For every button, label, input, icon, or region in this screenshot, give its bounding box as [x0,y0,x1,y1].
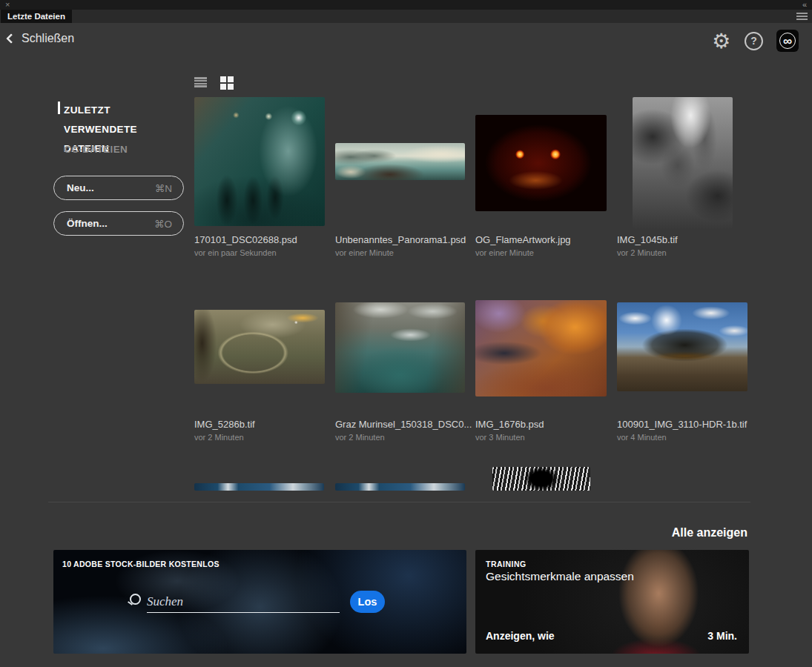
open-button-shortcut: ⌘O [154,218,172,230]
cc-infinity-icon: ∞ [779,33,796,49]
file-name[interactable]: Unbenanntes_Panorama1.psd [335,234,466,245]
file-thumbnail[interactable] [335,143,465,180]
training-banner[interactable]: TRAINING Gesichtsmerkmale anpassen Anzei… [475,550,749,654]
file-thumbnail[interactable] [475,300,607,396]
file-thumbnail-partial[interactable] [335,483,465,491]
new-button-shortcut: ⌘N [155,182,172,194]
creative-cloud-logo[interactable]: ∞ [776,30,799,52]
adobe-stock-banner[interactable]: 10 ADOBE STOCK-BILDER KOSTENLOS Los [53,550,466,654]
training-kicker: TRAINING [486,560,527,568]
file-thumbnail[interactable] [475,115,607,211]
stock-go-button[interactable]: Los [350,591,385,613]
file-time: vor einer Minute [475,248,534,257]
close-icon[interactable]: × [5,0,10,10]
file-time: vor 2 Minuten [194,433,244,442]
file-time: vor 3 Minuten [475,433,525,442]
file-name[interactable]: IMG_1676b.psd [475,419,544,430]
file-name[interactable]: IMG_1045b.tif [617,234,678,245]
tab-bar: Letzte Dateien [0,10,812,23]
file-time: vor 2 Minuten [617,248,667,257]
file-name[interactable]: 170101_DSC02688.psd [194,234,297,245]
sidebar-item-cc-files[interactable]: CC-DATEIEN [64,144,128,155]
file-time: vor ein paar Sekunden [194,248,277,257]
help-icon[interactable]: ? [745,32,763,50]
new-button-label: Neu... [67,182,94,193]
file-thumbnail-partial[interactable] [194,483,324,491]
file-time: vor 2 Minuten [335,433,385,442]
file-time: vor 4 Minuten [617,433,667,442]
file-thumbnail[interactable] [335,302,465,393]
training-duration: 3 Min. [707,630,737,642]
panel-menu-icon[interactable] [796,13,808,20]
back-label: Schließen [22,32,74,45]
stock-banner-title: 10 ADOBE STOCK-BILDER KOSTENLOS [62,560,219,568]
section-divider [48,502,750,502]
grid-view-icon[interactable] [220,76,234,90]
back-button[interactable]: Schließen [7,32,74,45]
file-thumbnail[interactable] [617,302,747,391]
header: Schließen ⚙ ? ∞ [0,23,812,60]
window-title-strip: × « [0,0,812,10]
file-name[interactable]: 100901_IMG_3110-HDR-1b.tif [617,419,747,430]
training-action-label: Anzeigen, wie [486,630,555,642]
gear-icon[interactable]: ⚙ [712,27,730,56]
file-thumbnail[interactable] [194,310,325,384]
file-name[interactable]: OG_FlameArtwork.jpg [475,234,571,245]
tab-letzte-dateien[interactable]: Letzte Dateien [1,10,72,23]
file-name[interactable]: Graz Murinsel_150318_DSC0... [335,419,472,430]
new-button[interactable]: Neu... ⌘N [53,176,184,200]
stock-search-input[interactable] [147,591,340,613]
training-title: Gesichtsmerkmale anpassen [486,570,634,583]
open-button-label: Öffnen... [67,218,108,229]
search-icon [128,594,141,607]
collapse-panel-icon[interactable]: « [802,0,806,10]
file-name[interactable]: IMG_5286b.tif [194,419,255,430]
file-thumbnail[interactable] [194,97,325,226]
list-view-icon[interactable] [194,77,207,87]
open-button[interactable]: Öffnen... ⌘O [53,211,184,236]
sidebar-item-recent-line1: ZULETZT VERWENDETE [64,101,182,139]
file-thumbnail[interactable] [633,97,733,229]
active-nav-indicator [58,102,60,114]
file-thumbnail-partial[interactable] [492,467,590,491]
chevron-left-icon [6,33,16,44]
file-time: vor einer Minute [335,248,394,257]
stock-search-row [128,591,340,613]
show-all-link[interactable]: Alle anzeigen [672,526,747,540]
